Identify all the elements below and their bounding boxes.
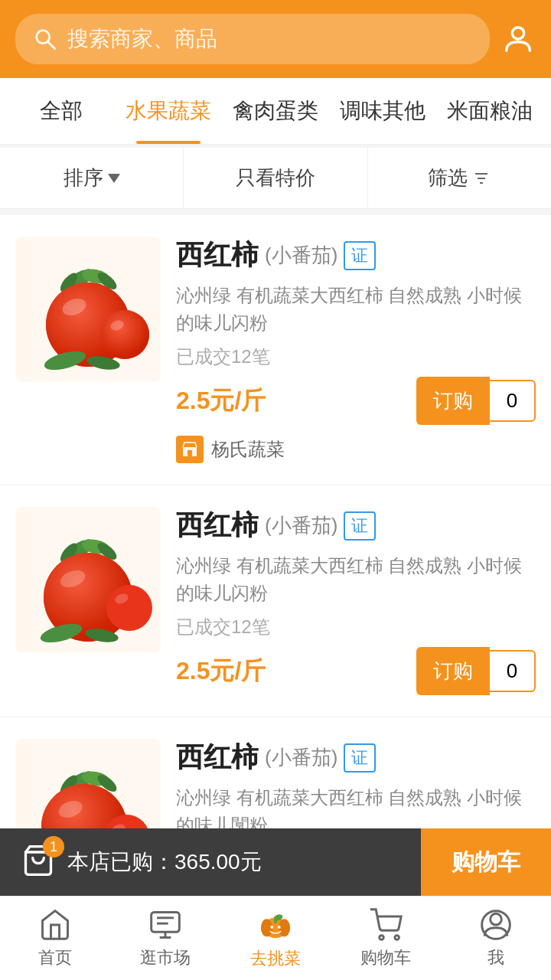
shop-name-1: 杨氏蔬菜 bbox=[211, 437, 285, 462]
shop-icon bbox=[181, 440, 199, 459]
nav-me[interactable]: 我 bbox=[441, 897, 551, 980]
order-qty-2: 0 bbox=[490, 650, 536, 692]
nav-me-label: 我 bbox=[487, 946, 504, 969]
shop-icon-wrap bbox=[176, 436, 204, 463]
product-title-2: 西红柿(小番茄) 证 bbox=[176, 507, 536, 544]
svg-point-58 bbox=[380, 935, 384, 939]
nav-cart[interactable]: 购物车 bbox=[331, 897, 441, 980]
order-row-1: 2.5元/斤 订购 0 bbox=[176, 377, 536, 425]
cart-text: 本店已购：365.00元 bbox=[67, 848, 262, 877]
order-btn-group-2: 订购 0 bbox=[416, 647, 536, 695]
product-title-3: 西红柿(小番茄) 证 bbox=[176, 739, 536, 776]
tab-fruits[interactable]: 水果蔬菜 bbox=[115, 78, 222, 144]
product-item-2: 西红柿(小番茄) 证 沁州绿 有机蔬菜大西红柿 自然成熟 小时候的味儿闪粉 已成… bbox=[0, 485, 551, 717]
nav-shop-label: 去挑菜 bbox=[250, 947, 301, 970]
svg-rect-46 bbox=[152, 912, 180, 932]
cart-bar: 1 本店已购：365.00元 购物车 bbox=[0, 828, 551, 896]
nav-shop[interactable]: 去挑菜 bbox=[220, 897, 331, 980]
order-row-2: 2.5元/斤 订购 0 bbox=[176, 647, 536, 695]
order-button-1[interactable]: 订购 bbox=[416, 377, 490, 425]
category-tabs: 全部 水果蔬菜 禽肉蛋类 调味其他 米面粮油 bbox=[0, 78, 551, 145]
order-qty-1: 0 bbox=[490, 380, 536, 422]
user-icon[interactable] bbox=[500, 21, 536, 57]
product-desc-2: 沁州绿 有机蔬菜大西红柿 自然成熟 小时候的味儿闪粉 bbox=[176, 552, 536, 607]
search-icon bbox=[32, 26, 58, 52]
home-icon bbox=[38, 908, 72, 942]
product-sold-2: 已成交12笔 bbox=[176, 615, 536, 639]
svg-rect-20 bbox=[187, 450, 192, 456]
filter-bar: 排序 只看特价 筛选 bbox=[0, 148, 551, 209]
product-image-1[interactable] bbox=[15, 237, 161, 382]
cart-info[interactable]: 1 本店已购：365.00元 bbox=[0, 828, 421, 896]
search-placeholder: 搜索商家、商品 bbox=[67, 24, 217, 54]
cart-icon-wrap: 1 bbox=[21, 844, 55, 880]
svg-rect-37 bbox=[86, 771, 90, 783]
svg-point-57 bbox=[278, 925, 281, 928]
svg-point-56 bbox=[270, 925, 273, 928]
market-icon bbox=[148, 908, 182, 942]
svg-rect-25 bbox=[86, 539, 90, 551]
search-bar[interactable]: 搜索商家、商品 bbox=[15, 14, 490, 64]
product-item: 西红柿(小番茄) 证 沁州绿 有机蔬菜大西红柿 自然成熟 小时候的味儿闪粉 已成… bbox=[0, 215, 551, 485]
product-price-2: 2.5元/斤 bbox=[176, 655, 266, 688]
nav-home-label: 首页 bbox=[38, 946, 72, 969]
tomato-image-2 bbox=[19, 514, 157, 645]
shop-row-1: 杨氏蔬菜 bbox=[176, 436, 536, 463]
product-desc-1: 沁州绿 有机蔬菜大西红柿 自然成熟 小时候的味儿闪粉 bbox=[176, 282, 536, 337]
tab-seasoning[interactable]: 调味其他 bbox=[329, 78, 436, 144]
nav-market[interactable]: 逛市场 bbox=[110, 897, 220, 980]
tab-meat[interactable]: 禽肉蛋类 bbox=[222, 78, 329, 144]
nav-market-label: 逛市场 bbox=[140, 946, 191, 969]
order-btn-group-1: 订购 0 bbox=[416, 377, 536, 425]
me-icon bbox=[479, 908, 513, 942]
cart-nav-icon bbox=[369, 908, 403, 942]
product-image-2[interactable] bbox=[15, 507, 161, 652]
bottom-nav: 首页 逛市场 去挑菜 购 bbox=[0, 896, 551, 980]
svg-point-2 bbox=[512, 28, 523, 39]
svg-rect-10 bbox=[86, 269, 90, 281]
cart-badge: 1 bbox=[43, 836, 64, 858]
nav-home[interactable]: 首页 bbox=[0, 897, 110, 980]
tomato-image bbox=[19, 244, 157, 374]
sort-button[interactable]: 排序 bbox=[0, 148, 184, 208]
svg-point-60 bbox=[491, 913, 502, 925]
header: 搜索商家、商品 bbox=[0, 0, 551, 78]
sort-arrow-icon bbox=[108, 174, 120, 183]
product-info-1: 西红柿(小番茄) 证 沁州绿 有机蔬菜大西红柿 自然成熟 小时候的味儿闪粉 已成… bbox=[176, 237, 536, 463]
product-price-1: 2.5元/斤 bbox=[176, 384, 266, 418]
svg-point-15 bbox=[100, 310, 149, 359]
filter-button[interactable]: 筛选 bbox=[368, 148, 551, 208]
svg-point-59 bbox=[395, 935, 399, 939]
tab-grain[interactable]: 米面粮油 bbox=[436, 78, 543, 144]
cart-button[interactable]: 购物车 bbox=[421, 828, 551, 896]
order-button-2[interactable]: 订购 bbox=[416, 647, 490, 695]
special-price-button[interactable]: 只看特价 bbox=[184, 148, 367, 208]
tab-all[interactable]: 全部 bbox=[8, 78, 115, 144]
product-title-1: 西红柿(小番茄) 证 bbox=[176, 237, 536, 274]
nav-cart-label: 购物车 bbox=[360, 946, 411, 969]
product-sold-1: 已成交12笔 bbox=[176, 345, 536, 369]
svg-point-29 bbox=[106, 585, 152, 631]
filter-icon bbox=[472, 169, 491, 188]
product-info-2: 西红柿(小番茄) 证 沁州绿 有机蔬菜大西红柿 自然成熟 小时候的味儿闪粉 已成… bbox=[176, 507, 536, 695]
pumpkin-icon bbox=[258, 907, 293, 942]
svg-line-1 bbox=[48, 42, 55, 49]
